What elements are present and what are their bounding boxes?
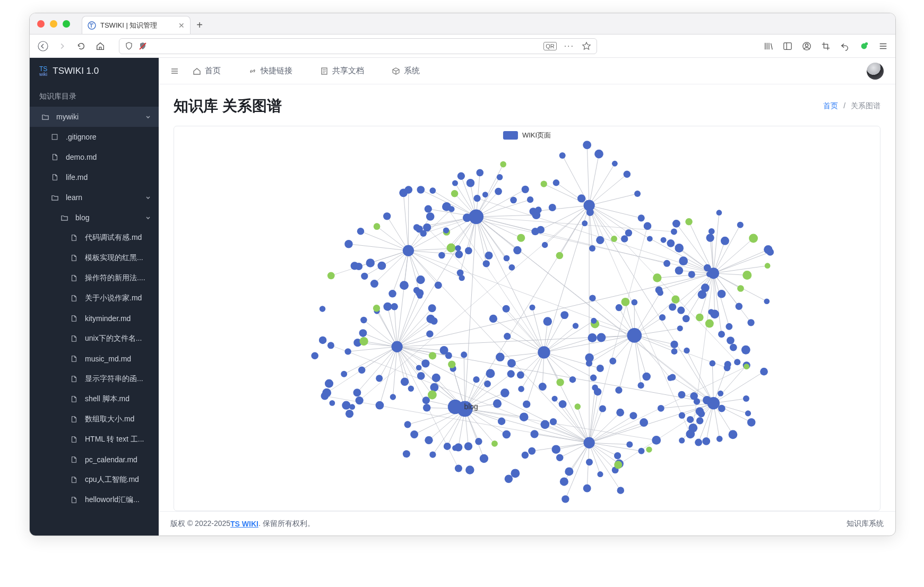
tree-file[interactable]: demo.md bbox=[30, 147, 159, 167]
svg-point-355 bbox=[590, 375, 597, 381]
brand-logo-top: TS bbox=[39, 66, 47, 72]
back-button[interactable] bbox=[37, 40, 49, 52]
svg-point-591 bbox=[522, 452, 529, 459]
graph-nodes[interactable]: blog bbox=[311, 141, 774, 503]
svg-point-502 bbox=[749, 234, 758, 243]
tree-file[interactable]: 操作符的新用法.... bbox=[30, 268, 159, 288]
relation-graph[interactable]: blog bbox=[174, 126, 880, 511]
tree-file[interactable]: shell 脚本.md bbox=[30, 389, 159, 409]
svg-point-294 bbox=[465, 247, 472, 255]
svg-point-481 bbox=[736, 303, 742, 309]
svg-point-414 bbox=[341, 371, 347, 377]
nav-item-link[interactable]: 快捷链接 bbox=[248, 66, 292, 76]
nav-item-cube[interactable]: 系统 bbox=[392, 66, 420, 76]
tree-file[interactable]: HTML 转 text 工... bbox=[30, 429, 159, 450]
browser-tab[interactable]: TSWIKI | 知识管理 ✕ bbox=[82, 16, 191, 34]
svg-point-426 bbox=[428, 304, 436, 312]
close-window-button[interactable] bbox=[37, 20, 45, 28]
svg-point-507 bbox=[455, 251, 463, 258]
tree-file[interactable]: unix下的文件名... bbox=[30, 329, 159, 349]
svg-line-281 bbox=[465, 409, 657, 440]
tree-file[interactable]: 模板实现的红黑... bbox=[30, 248, 159, 268]
tree-file[interactable]: life.md bbox=[30, 167, 159, 187]
svg-point-577 bbox=[644, 222, 652, 230]
svg-line-186 bbox=[589, 387, 595, 443]
sidebar-toggle-icon[interactable] bbox=[783, 41, 792, 51]
tree-file[interactable]: cpu人工智能.md bbox=[30, 470, 159, 490]
bookmark-star-icon[interactable] bbox=[582, 41, 591, 51]
footer-prefix: 版权 © 2022-2025 bbox=[170, 519, 230, 529]
svg-point-310 bbox=[497, 174, 503, 180]
tree-label: 关于小说作家.md bbox=[85, 294, 142, 303]
svg-point-378 bbox=[480, 454, 488, 463]
svg-point-406 bbox=[428, 391, 437, 400]
content: 首页快捷链接共享文档系统 知识库 关系图谱 首页 / 关系图谱 WIKI页面 bbox=[159, 58, 895, 536]
tree-file[interactable]: pc_calendar.md bbox=[30, 450, 159, 470]
forward-button[interactable] bbox=[56, 40, 68, 52]
svg-point-471 bbox=[599, 405, 606, 412]
nav-item-doc[interactable]: 共享文档 bbox=[320, 66, 364, 76]
page-actions-icon[interactable]: ··· bbox=[564, 41, 574, 51]
heading-row: 知识库 关系图谱 首页 / 关系图谱 bbox=[174, 96, 880, 116]
graph-legend[interactable]: WIKI页面 bbox=[503, 131, 551, 140]
svg-point-290 bbox=[508, 264, 515, 271]
svg-line-236 bbox=[403, 193, 408, 251]
svg-point-517 bbox=[344, 240, 352, 248]
extension-icon[interactable] bbox=[859, 41, 869, 51]
svg-point-365 bbox=[489, 315, 497, 323]
svg-point-548 bbox=[706, 271, 712, 277]
new-tab-button[interactable]: + bbox=[191, 16, 209, 34]
svg-point-544 bbox=[342, 401, 350, 410]
shield-icon[interactable] bbox=[125, 42, 133, 50]
tree-file[interactable]: .gitignore bbox=[30, 127, 159, 147]
undo-icon[interactable] bbox=[840, 41, 850, 51]
svg-point-334 bbox=[670, 341, 678, 348]
breadcrumb-home[interactable]: 首页 bbox=[823, 101, 838, 110]
account-icon[interactable] bbox=[802, 41, 811, 51]
tree-file[interactable]: helloworld汇编... bbox=[30, 490, 159, 510]
library-icon[interactable] bbox=[764, 41, 773, 51]
footer-link[interactable]: TS WIKI bbox=[230, 520, 258, 528]
qr-icon[interactable]: QR bbox=[543, 42, 557, 50]
svg-point-353 bbox=[538, 346, 550, 358]
brand[interactable]: TS wiki TSWIKI 1.0 bbox=[30, 58, 159, 84]
tree-file[interactable]: music_md.md bbox=[30, 349, 159, 369]
tab-title: TSWIKI | 知识管理 bbox=[100, 21, 157, 30]
svg-point-1 bbox=[38, 41, 48, 51]
url-bar[interactable]: QR ··· bbox=[119, 38, 597, 54]
home-button[interactable] bbox=[94, 40, 106, 52]
crop-icon[interactable] bbox=[821, 41, 831, 51]
page-title: 知识库 关系图谱 bbox=[174, 96, 282, 116]
svg-point-422 bbox=[383, 303, 392, 311]
nav-item-home[interactable]: 首页 bbox=[193, 66, 221, 76]
app-menu-icon[interactable] bbox=[878, 41, 888, 51]
topnav-hamburger[interactable] bbox=[170, 67, 179, 75]
svg-point-331 bbox=[624, 171, 631, 178]
reload-button[interactable] bbox=[75, 40, 87, 52]
tree-folder[interactable]: blog bbox=[30, 208, 159, 228]
nav-label: 快捷链接 bbox=[261, 66, 292, 76]
svg-line-246 bbox=[544, 205, 589, 352]
svg-point-366 bbox=[503, 305, 510, 313]
svg-point-488 bbox=[669, 303, 676, 310]
tree-file[interactable]: 数组取大小.md bbox=[30, 409, 159, 429]
svg-point-465 bbox=[550, 418, 557, 425]
svg-line-164 bbox=[713, 365, 746, 403]
minimize-window-button[interactable] bbox=[50, 20, 57, 28]
user-avatar[interactable] bbox=[867, 63, 884, 80]
tree-folder[interactable]: mywiki bbox=[30, 107, 159, 127]
svg-line-181 bbox=[545, 425, 589, 443]
svg-point-323 bbox=[537, 226, 545, 234]
svg-line-257 bbox=[397, 273, 713, 347]
tree-folder[interactable]: learn bbox=[30, 187, 159, 208]
tab-close-icon[interactable]: ✕ bbox=[178, 21, 185, 30]
tree-file[interactable]: 关于小说作家.md bbox=[30, 288, 159, 308]
tree-file[interactable]: kityminder.md bbox=[30, 308, 159, 329]
tree-file[interactable]: 显示字符串的函... bbox=[30, 369, 159, 389]
zoom-window-button[interactable] bbox=[63, 20, 70, 28]
svg-point-306 bbox=[457, 172, 465, 180]
svg-point-441 bbox=[678, 391, 685, 399]
svg-line-203 bbox=[681, 273, 713, 310]
permissions-icon[interactable] bbox=[139, 42, 147, 50]
tree-file[interactable]: 代码调试有感.md bbox=[30, 228, 159, 248]
